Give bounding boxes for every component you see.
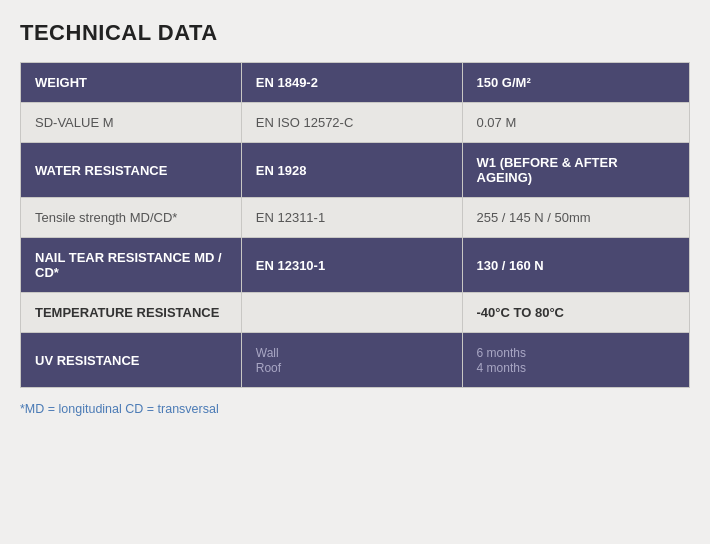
technical-data-table: WEIGHT EN 1849-2 150 G/M² SD-VALUE M EN … xyxy=(20,62,690,388)
table-row-col3: 6 months4 months xyxy=(462,333,689,388)
table-row-col3: -40°C TO 80°C xyxy=(462,293,689,333)
table-row-col3: 130 / 160 N xyxy=(462,238,689,293)
page-title: TECHNICAL DATA xyxy=(20,20,690,46)
table-row-col1: SD-VALUE M xyxy=(21,103,242,143)
table-row-col1: WATER RESISTANCE xyxy=(21,143,242,198)
table-row-col2: EN 12310-1 xyxy=(241,238,462,293)
table-row-col2: EN 1928 xyxy=(241,143,462,198)
table-row-col1: TEMPERATURE RESISTANCE xyxy=(21,293,242,333)
table-row-col1: NAIL TEAR RESISTANCE MD / CD* xyxy=(21,238,242,293)
table-row-col3: 0.07 M xyxy=(462,103,689,143)
table-row-col3: 150 G/M² xyxy=(462,63,689,103)
table-row-col1: WEIGHT xyxy=(21,63,242,103)
footnote: *MD = longitudinal CD = transversal xyxy=(20,402,690,416)
table-row-col1: Tensile strength MD/CD* xyxy=(21,198,242,238)
table-row-col3: W1 (BEFORE & AFTER AGEING) xyxy=(462,143,689,198)
table-row-col2: EN 12311-1 xyxy=(241,198,462,238)
table-row-col2: WallRoof xyxy=(241,333,462,388)
table-row-col2: EN ISO 12572-C xyxy=(241,103,462,143)
table-row-col2 xyxy=(241,293,462,333)
table-row-col2: EN 1849-2 xyxy=(241,63,462,103)
table-row-col1: UV RESISTANCE xyxy=(21,333,242,388)
table-row-col3: 255 / 145 N / 50mm xyxy=(462,198,689,238)
